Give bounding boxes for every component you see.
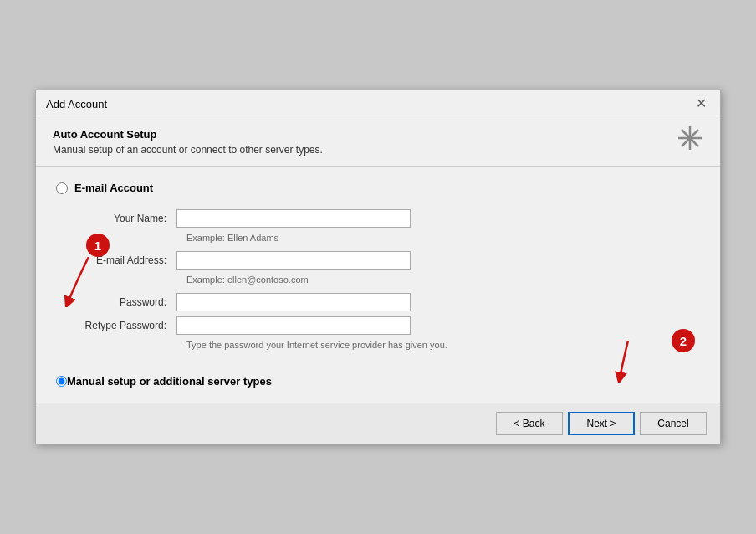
password-label: Password: (76, 296, 176, 308)
dialog-title: Add Account (46, 98, 107, 110)
email-account-label[interactable]: E-mail Account (74, 182, 153, 194)
header-text: Auto Account Setup Manual setup of an ac… (53, 128, 323, 156)
manual-setup-label[interactable]: Manual setup or additional server types (67, 375, 272, 388)
retype-password-row: Retype Password: (76, 316, 700, 335)
add-account-dialog: Add Account ✕ Auto Account Setup Manual … (35, 90, 721, 444)
email-account-row: E-mail Account (56, 182, 700, 194)
your-name-hint: Example: Ellen Adams (186, 233, 700, 243)
your-name-input[interactable] (176, 209, 411, 228)
back-button[interactable]: < Back (496, 412, 563, 435)
password-input[interactable] (176, 293, 411, 311)
email-address-label: E-mail Address: (76, 254, 176, 266)
title-bar: Add Account ✕ (36, 90, 720, 116)
dialog-header: Auto Account Setup Manual setup of an ac… (36, 116, 720, 167)
email-address-row: E-mail Address: (76, 251, 700, 270)
email-form-section: Your Name: Example: Ellen Adams E-mail A… (76, 209, 700, 350)
header-title: Auto Account Setup (53, 128, 323, 141)
password-hint: Type the password your Internet service … (186, 340, 700, 350)
snowflake-icon (677, 125, 703, 151)
email-address-hint: Example: ellen@contoso.com (186, 275, 700, 285)
header-subtitle: Manual setup of an account or connect to… (53, 144, 323, 156)
cancel-button[interactable]: Cancel (640, 412, 707, 435)
email-address-input[interactable] (176, 251, 411, 270)
close-button[interactable]: ✕ (692, 97, 710, 110)
password-row: Password: (76, 293, 700, 311)
your-name-label: Your Name: (76, 213, 176, 224)
next-button[interactable]: Next > (568, 412, 635, 435)
retype-password-label: Retype Password: (76, 320, 176, 331)
manual-setup-row: Manual setup or additional server types (56, 375, 700, 388)
dialog-footer: < Back Next > Cancel (36, 403, 720, 444)
annotation-2: 2 (672, 329, 695, 352)
annotation-1: 1 (86, 234, 110, 257)
manual-setup-radio[interactable] (56, 376, 67, 387)
retype-password-input[interactable] (176, 316, 411, 335)
header-icon (677, 125, 703, 157)
dialog-body: E-mail Account Your Name: Example: Ellen… (36, 167, 720, 403)
your-name-row: Your Name: (76, 209, 700, 228)
email-account-radio[interactable] (56, 182, 68, 194)
